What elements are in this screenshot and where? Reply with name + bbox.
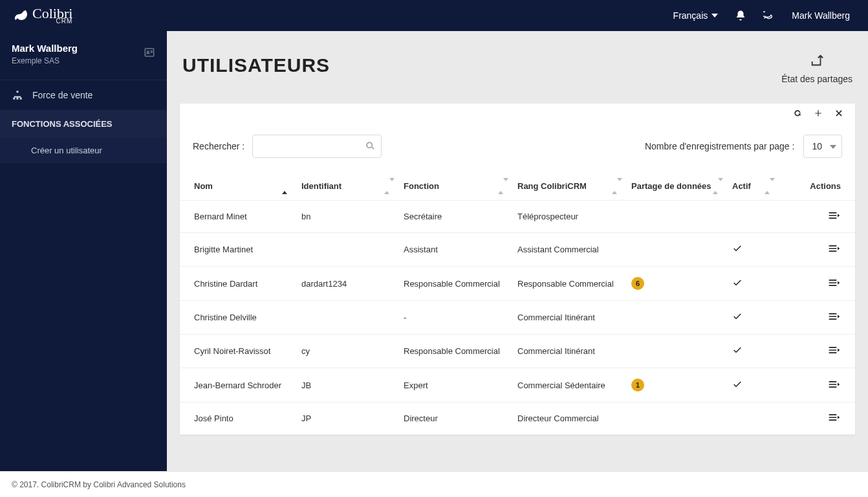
- col-actif[interactable]: Actif: [724, 172, 776, 201]
- cell-nom: Bernard Minet: [180, 201, 294, 233]
- cell-identifiant: [294, 233, 396, 267]
- cell-identifiant: bn: [294, 201, 396, 233]
- cell-rang: Téléprospecteur: [510, 201, 624, 233]
- page-size-select[interactable]: 10: [803, 135, 842, 158]
- controls: Rechercher : Nombre d'enregistrements pa…: [180, 118, 855, 172]
- cell-rang: Directeur Commercial: [510, 403, 624, 435]
- cell-partage: [624, 233, 724, 267]
- share-icon: [810, 54, 824, 69]
- table-row[interactable]: Jean-Bernard SchroderJBExpertCommercial …: [180, 368, 855, 403]
- brand-sub: CRM: [56, 18, 73, 25]
- refresh-icon[interactable]: [793, 109, 802, 118]
- cell-actions: [776, 267, 855, 301]
- cell-actif: [724, 335, 776, 368]
- main: UTILISATEURS État des partages Recherche…: [167, 31, 868, 471]
- col-identifiant[interactable]: Identifiant: [294, 172, 396, 201]
- cell-rang: Responsable Commercial: [510, 267, 624, 301]
- cell-partage: [624, 335, 724, 368]
- sidebar-user-name: Mark Wallberg: [12, 43, 155, 54]
- cell-nom: Jean-Bernard Schroder: [180, 368, 294, 403]
- row-menu-icon[interactable]: [828, 380, 841, 389]
- table-row[interactable]: Cyril Noiret-RavissotcyResponsable Comme…: [180, 335, 855, 368]
- cell-identifiant: JP: [294, 403, 396, 435]
- close-icon[interactable]: [834, 109, 843, 118]
- col-partage[interactable]: Partage de données: [624, 172, 724, 201]
- chat-icon[interactable]: [763, 10, 775, 21]
- table-row[interactable]: Bernard MinetbnSecrétaireTéléprospecteur: [180, 201, 855, 233]
- topbar-right: Français Mark Wallberg: [673, 10, 868, 21]
- col-rang[interactable]: Rang ColibriCRM: [510, 172, 624, 201]
- cell-actions: [776, 201, 855, 233]
- table-row[interactable]: Brigitte MartinetAssistantAssistant Comm…: [180, 233, 855, 267]
- cell-actions: [776, 233, 855, 267]
- language-selector[interactable]: Français: [673, 10, 719, 21]
- partage-badge: 1: [631, 379, 644, 392]
- bell-icon[interactable]: [735, 10, 746, 21]
- check-icon: [732, 278, 743, 288]
- page-size-value: 10: [812, 141, 822, 151]
- row-menu-icon[interactable]: [828, 278, 841, 287]
- nav-force-de-vente[interactable]: Force de vente: [0, 80, 167, 110]
- footer-text: © 2017. ColibriCRM by Colibri Advanced S…: [12, 480, 186, 489]
- col-fonction[interactable]: Fonction: [396, 172, 510, 201]
- nav-create-user[interactable]: Créer un utilisateur: [0, 138, 167, 163]
- card-tools: [180, 104, 855, 118]
- share-state-button[interactable]: État des partages: [781, 54, 852, 84]
- topbar-user[interactable]: Mark Wallberg: [792, 10, 850, 21]
- cell-fonction: Expert: [396, 368, 510, 403]
- cell-rang: Commercial Sédentaire: [510, 368, 624, 403]
- cell-partage: 6: [624, 267, 724, 301]
- search-icon[interactable]: [365, 141, 375, 151]
- chevron-down-icon: [711, 14, 718, 17]
- id-card-icon[interactable]: [144, 47, 155, 58]
- table-row[interactable]: Christine Delville-Commercial Itinérant: [180, 301, 855, 335]
- cell-nom: Christine Delville: [180, 301, 294, 335]
- row-menu-icon[interactable]: [828, 413, 841, 422]
- cell-actif: [724, 201, 776, 233]
- cell-actions: [776, 368, 855, 403]
- row-menu-icon[interactable]: [828, 312, 841, 321]
- cell-rang: Commercial Itinérant: [510, 301, 624, 335]
- cell-partage: 1: [624, 368, 724, 403]
- sidebar-section-header: FONCTIONS ASSOCIÉES: [0, 110, 167, 138]
- row-menu-icon[interactable]: [828, 211, 841, 220]
- page-size: Nombre d'enregistrements par page : 10: [645, 135, 842, 158]
- plus-icon[interactable]: [814, 109, 823, 118]
- search-label: Rechercher :: [193, 141, 244, 151]
- table-row[interactable]: José PintoJPDirecteurDirecteur Commercia…: [180, 403, 855, 435]
- partage-badge: 6: [631, 277, 644, 290]
- page-size-label: Nombre d'enregistrements par page :: [645, 141, 794, 151]
- cell-actif: [724, 368, 776, 403]
- cell-rang: Commercial Itinérant: [510, 335, 624, 368]
- sitemap-icon: [12, 89, 23, 101]
- cell-nom: Cyril Noiret-Ravissot: [180, 335, 294, 368]
- user-block: Mark Wallberg Exemple SAS: [0, 31, 167, 80]
- chevron-down-icon: [830, 144, 836, 150]
- cell-partage: [624, 301, 724, 335]
- logo[interactable]: Colibri CRM: [0, 6, 84, 25]
- language-label: Français: [673, 10, 708, 21]
- cell-fonction: Responsable Commercial: [396, 335, 510, 368]
- users-card: Rechercher : Nombre d'enregistrements pa…: [180, 104, 855, 435]
- page-header: UTILISATEURS État des partages: [167, 31, 868, 104]
- cell-identifiant: dardart1234: [294, 267, 396, 301]
- cell-identifiant: JB: [294, 368, 396, 403]
- col-nom[interactable]: Nom: [180, 172, 294, 201]
- cell-identifiant: [294, 301, 396, 335]
- cell-actif: [724, 233, 776, 267]
- sidebar: Mark Wallberg Exemple SAS Force de vente…: [0, 31, 167, 471]
- cell-partage: [624, 201, 724, 233]
- table-row[interactable]: Christine Dardartdardart1234Responsable …: [180, 267, 855, 301]
- row-menu-icon[interactable]: [828, 346, 841, 355]
- check-icon: [732, 311, 743, 322]
- search-input[interactable]: [252, 135, 382, 158]
- cell-nom: José Pinto: [180, 403, 294, 435]
- cell-fonction: -: [396, 301, 510, 335]
- cell-actif: [724, 301, 776, 335]
- users-table: Nom Identifiant Fonction Rang ColibriCRM…: [180, 172, 855, 435]
- cell-identifiant: cy: [294, 335, 396, 368]
- cell-nom: Brigitte Martinet: [180, 233, 294, 267]
- col-actions: Actions: [776, 172, 855, 201]
- cell-actif: [724, 267, 776, 301]
- row-menu-icon[interactable]: [828, 244, 841, 253]
